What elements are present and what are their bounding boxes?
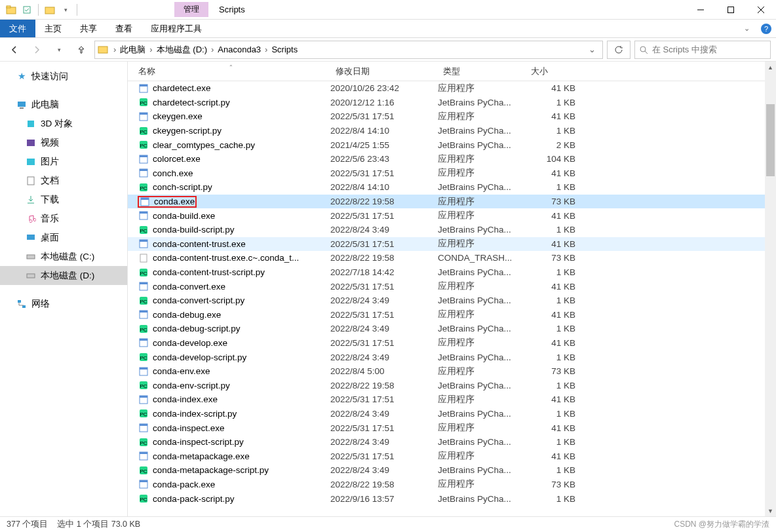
scrollbar-track[interactable]: [765, 73, 776, 505]
nav-this-pc[interactable]: 此电脑: [0, 95, 127, 114]
file-row[interactable]: PCconda-metapackage-script.py2022/8/24 3…: [128, 463, 765, 478]
file-row[interactable]: PCconda-inspect-script.py2022/8/24 3:49J…: [128, 435, 765, 449]
file-row[interactable]: PCconda-develop-script.py2022/8/24 3:49J…: [128, 350, 765, 364]
nav-item[interactable]: 视频: [0, 133, 127, 152]
minimize-button[interactable]: [686, 0, 716, 20]
ribbon-expand-icon[interactable]: ⌄: [737, 20, 756, 37]
new-folder-icon[interactable]: [44, 4, 56, 16]
file-row[interactable]: PCckeygen-script.py2022/8/4 14:10JetBrai…: [128, 124, 765, 138]
file-row[interactable]: PCconda-content-trust-script.py2022/7/18…: [128, 265, 765, 280]
file-row[interactable]: conch.exe2022/5/31 17:51应用程序41 KB: [128, 166, 765, 181]
search-input[interactable]: 在 Scripts 中搜索: [634, 41, 771, 59]
file-row[interactable]: conda.exe2022/8/22 19:58应用程序73 KB: [128, 195, 765, 209]
refresh-button[interactable]: [607, 41, 630, 59]
help-button[interactable]: ?: [756, 20, 776, 37]
scroll-up-icon[interactable]: ▲: [765, 62, 776, 73]
ribbon-tab-home[interactable]: 主页: [35, 20, 71, 37]
column-name[interactable]: 名称⌃: [128, 66, 330, 77]
back-button[interactable]: [5, 41, 24, 59]
scroll-down-icon[interactable]: ▼: [765, 505, 776, 516]
chevron-right-icon[interactable]: ›: [148, 45, 153, 54]
file-row[interactable]: conda-content-trust.exe.c~.conda_t...202…: [128, 251, 765, 265]
file-row[interactable]: PCconda-index-script.py2022/8/24 3:49Jet…: [128, 407, 765, 421]
file-row[interactable]: PCconda-pack-script.py2022/9/16 13:57Jet…: [128, 491, 765, 506]
file-row[interactable]: PCclear_comtypes_cache.py2021/4/25 1:55J…: [128, 138, 765, 152]
nav-item[interactable]: 3D 对象: [0, 114, 127, 133]
file-row[interactable]: conda-debug.exe2022/5/31 17:51应用程序41 KB: [128, 308, 765, 322]
nav-item[interactable]: 文档: [0, 171, 127, 190]
nav-item[interactable]: 图片: [0, 152, 127, 171]
file-row[interactable]: conda-convert.exe2022/5/31 17:51应用程序41 K…: [128, 279, 765, 294]
recent-dropdown[interactable]: ▾: [50, 41, 68, 59]
file-name: ckeygen.exe: [153, 111, 203, 121]
folder-icon: [98, 44, 109, 56]
nav-item[interactable]: 本地磁盘 (D:): [0, 266, 127, 285]
column-size[interactable]: 大小: [526, 66, 581, 77]
pc-icon: [16, 99, 28, 111]
breadcrumb[interactable]: › 此电脑 › 本地磁盘 (D:) › Anaconda3 › Scripts …: [94, 41, 603, 59]
forward-button[interactable]: [28, 41, 46, 59]
ribbon: 文件 主页 共享 查看 应用程序工具 ⌄ ?: [0, 20, 776, 38]
file-row[interactable]: conda-metapackage.exe2022/5/31 17:51应用程序…: [128, 449, 765, 463]
properties-icon[interactable]: [21, 4, 33, 16]
svg-text:PC: PC: [140, 468, 147, 474]
ribbon-tab-file[interactable]: 文件: [0, 20, 35, 37]
file-name: conda-index-script.py: [153, 409, 237, 419]
file-row[interactable]: PCconda-debug-script.py2022/8/24 3:49Jet…: [128, 322, 765, 336]
file-row[interactable]: PCconda-build-script.py2022/8/24 3:49Jet…: [128, 223, 765, 237]
nav-quick-access[interactable]: ★快速访问: [0, 67, 127, 86]
nav-item[interactable]: 桌面: [0, 228, 127, 247]
close-button[interactable]: [746, 0, 776, 20]
file-row[interactable]: conda-inspect.exe2022/5/31 17:51应用程序41 K…: [128, 421, 765, 435]
breadcrumb-dropdown-icon[interactable]: ⌄: [585, 45, 600, 54]
file-list[interactable]: chardetect.exe2020/10/26 23:42应用程序41 KBP…: [128, 81, 765, 516]
column-type[interactable]: 类型: [438, 66, 526, 77]
file-row[interactable]: conda-env.exe2022/8/4 5:00应用程序73 KB: [128, 364, 765, 379]
file-type-icon: PC: [138, 352, 149, 362]
nav-item[interactable]: 音乐: [0, 209, 127, 228]
nav-network[interactable]: 网络: [0, 294, 127, 313]
file-date: 2022/7/18 14:42: [330, 267, 438, 277]
scrollbar-thumb[interactable]: [766, 104, 775, 176]
chevron-right-icon[interactable]: ›: [112, 45, 117, 54]
vertical-scrollbar[interactable]: ▲ ▼: [765, 62, 776, 516]
chevron-right-icon[interactable]: ›: [210, 45, 215, 54]
breadcrumb-item[interactable]: Anaconda3: [215, 45, 263, 54]
nav-item-icon: [25, 194, 37, 206]
nav-item[interactable]: 下载: [0, 190, 127, 209]
file-row[interactable]: colorcet.exe2022/5/6 23:43应用程序104 KB: [128, 152, 765, 166]
file-row[interactable]: conda-develop.exe2022/5/31 17:51应用程序41 K…: [128, 336, 765, 351]
file-row[interactable]: PCconda-convert-script.py2022/8/24 3:49J…: [128, 294, 765, 308]
file-row[interactable]: conda-build.exe2022/5/31 17:51应用程序41 KB: [128, 208, 765, 223]
main-area: ★快速访问 此电脑 3D 对象视频图片文档下载音乐桌面本地磁盘 (C:)本地磁盘…: [0, 62, 776, 516]
file-row[interactable]: PCconch-script.py2022/8/4 14:10JetBrains…: [128, 180, 765, 195]
file-row[interactable]: conda-index.exe2022/5/31 17:51应用程序41 KB: [128, 392, 765, 407]
address-bar-row: ▾ › 此电脑 › 本地磁盘 (D:) › Anaconda3 › Script…: [0, 38, 776, 62]
ribbon-tab-view[interactable]: 查看: [106, 20, 142, 37]
file-row[interactable]: conda-pack.exe2022/8/22 19:58应用程序73 KB: [128, 478, 765, 492]
ribbon-tab-share[interactable]: 共享: [71, 20, 106, 37]
file-type: 应用程序: [438, 111, 526, 123]
file-row[interactable]: PCconda-env-script.py2022/8/22 19:58JetB…: [128, 378, 765, 392]
ribbon-tab-apptools[interactable]: 应用程序工具: [142, 20, 211, 37]
svg-text:PC: PC: [140, 100, 147, 106]
up-button[interactable]: [72, 41, 90, 59]
file-row[interactable]: ckeygen.exe2022/5/31 17:51应用程序41 KB: [128, 109, 765, 124]
maximize-button[interactable]: [716, 0, 746, 20]
file-type: JetBrains PyCha...: [438, 437, 526, 447]
file-row[interactable]: chardetect.exe2020/10/26 23:42应用程序41 KB: [128, 81, 765, 96]
search-icon: [639, 45, 648, 54]
qat-dropdown-icon[interactable]: ▾: [60, 4, 71, 16]
breadcrumb-item[interactable]: 此电脑: [117, 44, 148, 56]
breadcrumb-item[interactable]: 本地磁盘 (D:): [154, 44, 210, 56]
context-tab-manage[interactable]: 管理: [174, 2, 208, 17]
svg-rect-28: [140, 113, 147, 115]
column-date[interactable]: 修改日期: [330, 66, 438, 77]
file-type-icon: PC: [138, 295, 149, 306]
breadcrumb-item[interactable]: Scripts: [269, 45, 300, 54]
file-type-icon: PC: [138, 225, 149, 235]
nav-item[interactable]: 本地磁盘 (C:): [0, 247, 127, 266]
file-row[interactable]: conda-content-trust.exe2022/5/31 17:51应用…: [128, 237, 765, 252]
file-row[interactable]: PCchardetect-script.py2020/12/12 1:16Jet…: [128, 96, 765, 110]
chevron-right-icon[interactable]: ›: [263, 45, 269, 54]
